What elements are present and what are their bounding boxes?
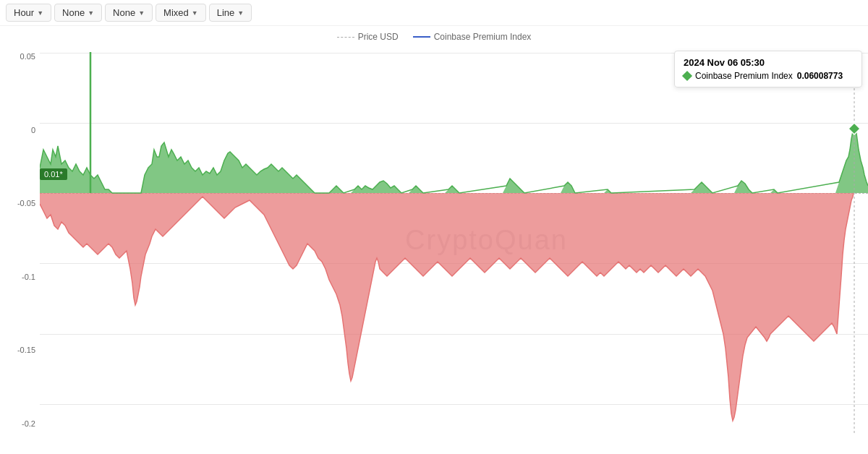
coinbase-premium-line-icon	[413, 36, 430, 38]
chart-svg	[40, 45, 868, 435]
none1-label: None	[62, 7, 85, 18]
y-label-neg005: -0.05	[0, 199, 40, 207]
toolbar: Hour ▼ None ▼ None ▼ Mixed ▼ Line ▼	[0, 0, 868, 26]
none2-chevron-icon: ▼	[138, 9, 145, 17]
hour-dropdown[interactable]: Hour ▼	[6, 4, 51, 22]
legend-coinbase-premium: Coinbase Premium Index	[413, 32, 532, 42]
current-value-container: 0.01*	[40, 168, 67, 180]
line-chevron-icon: ▼	[237, 9, 244, 17]
tooltip-diamond-icon	[682, 71, 692, 81]
chart-legend: Price USD Coinbase Premium Index	[0, 26, 868, 45]
chart-container: 0.05 0 -0.05 -0.1 -0.15 -0.2 0.01* Crypt…	[0, 45, 868, 435]
mixed-chevron-icon: ▼	[192, 9, 198, 17]
none1-chevron-icon: ▼	[88, 9, 94, 17]
y-label-neg015: -0.15	[0, 346, 40, 354]
mixed-dropdown[interactable]: Mixed ▼	[156, 4, 206, 22]
y-label-0: 0	[0, 126, 40, 134]
coinbase-premium-label: Coinbase Premium Index	[434, 32, 532, 42]
none2-dropdown[interactable]: None ▼	[105, 4, 153, 22]
none2-label: None	[113, 7, 135, 18]
hour-label: Hour	[14, 7, 34, 18]
hour-chevron-icon: ▼	[37, 9, 43, 17]
chart-area: Price USD Coinbase Premium Index 0.05 0 …	[0, 26, 868, 454]
spike-diamond-marker	[848, 123, 860, 134]
price-usd-label: Price USD	[358, 32, 399, 42]
price-usd-line-icon	[337, 37, 354, 38]
y-label-neg01: -0.1	[0, 273, 40, 281]
mixed-label: Mixed	[163, 7, 189, 18]
y-label-neg02: -0.2	[0, 419, 40, 428]
none1-dropdown[interactable]: None ▼	[54, 4, 102, 22]
line-label: Line	[217, 7, 235, 18]
line-dropdown[interactable]: Line ▼	[209, 4, 252, 22]
chart-drawing-area: 0.01* CryptoQuan	[40, 45, 868, 435]
tooltip-date: 2024 Nov 06 05:30	[684, 57, 853, 68]
y-axis: 0.05 0 -0.05 -0.1 -0.15 -0.2	[0, 45, 40, 435]
legend-price-usd: Price USD	[337, 32, 399, 42]
tooltip-row: Coinbase Premium Index 0.06008773	[684, 71, 853, 81]
tooltip-indicator-label: Coinbase Premium Index	[695, 71, 793, 81]
current-value-badge: 0.01*	[40, 168, 67, 180]
tooltip-indicator-value: 0.06008773	[797, 71, 843, 81]
red-area	[40, 193, 868, 421]
y-label-005: 0.05	[0, 52, 40, 61]
tooltip-box: 2024 Nov 06 05:30 Coinbase Premium Index…	[674, 51, 862, 87]
